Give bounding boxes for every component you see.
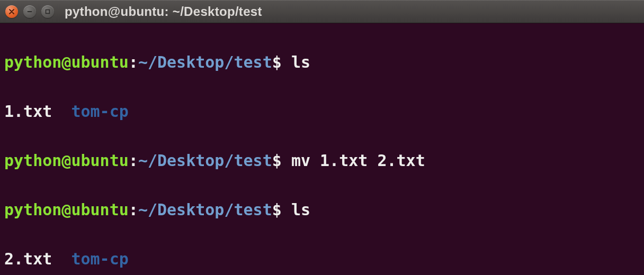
prompt-colon: : — [129, 200, 138, 219]
prompt-symbol: $ — [272, 200, 282, 219]
command-text: ls — [291, 53, 310, 71]
window-title: python@ubuntu: ~/Desktop/test — [65, 4, 262, 19]
svg-rect-0 — [46, 10, 50, 14]
terminal-body[interactable]: python@ubuntu:~/Desktop/test$ ls 1.txt t… — [0, 23, 644, 275]
titlebar[interactable]: python@ubuntu: ~/Desktop/test — [0, 0, 644, 23]
terminal-line: python@ubuntu:~/Desktop/test$ mv 1.txt 2… — [4, 149, 640, 173]
terminal-window: python@ubuntu: ~/Desktop/test python@ubu… — [0, 0, 644, 275]
file-name: 1.txt — [4, 102, 52, 121]
prompt-colon: : — [129, 53, 138, 71]
prompt-user: python@ubuntu — [4, 151, 129, 170]
prompt-user: python@ubuntu — [4, 53, 129, 71]
prompt-user: python@ubuntu — [4, 200, 129, 219]
prompt-symbol: $ — [272, 53, 282, 71]
terminal-line: python@ubuntu:~/Desktop/test$ ls — [4, 50, 640, 75]
close-icon[interactable] — [5, 5, 18, 18]
minimize-icon[interactable] — [23, 5, 36, 18]
command-text: ls — [291, 200, 310, 219]
terminal-output: 2.txt tom-cp — [4, 247, 640, 272]
maximize-icon[interactable] — [41, 5, 54, 18]
prompt-symbol: $ — [272, 151, 282, 170]
prompt-path: ~/Desktop/test — [138, 53, 272, 71]
window-controls — [5, 5, 54, 18]
terminal-output: 1.txt tom-cp — [4, 99, 640, 124]
prompt-colon: : — [129, 151, 138, 170]
terminal-line: python@ubuntu:~/Desktop/test$ ls — [4, 198, 640, 223]
prompt-path: ~/Desktop/test — [138, 200, 272, 219]
prompt-path: ~/Desktop/test — [138, 151, 272, 170]
command-text: mv 1.txt 2.txt — [291, 151, 425, 170]
dir-name: tom-cp — [71, 250, 128, 268]
file-name: 2.txt — [4, 250, 52, 268]
dir-name: tom-cp — [71, 102, 128, 121]
